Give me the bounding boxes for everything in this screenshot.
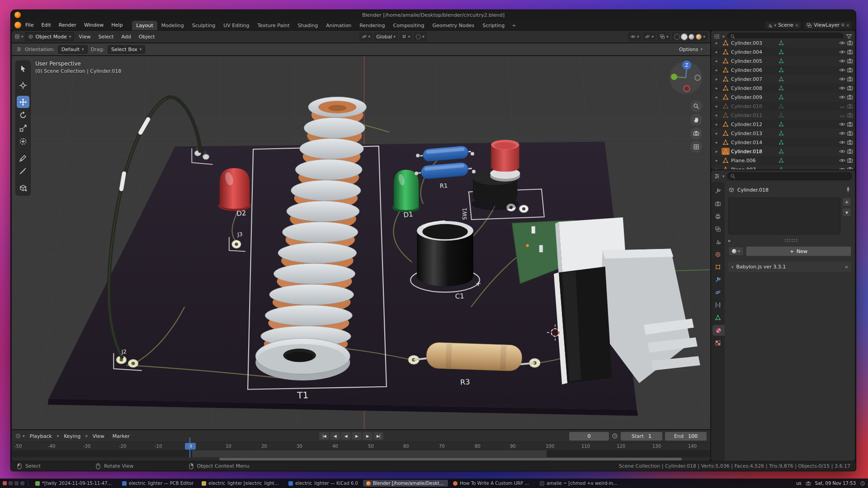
timeline-editor-dropdown-icon[interactable]: ▾ xyxy=(23,434,25,438)
menu-help[interactable]: Help xyxy=(108,21,126,29)
taskbar-window-terminal[interactable]: amalie ~ [chmod +x weird-internet-issues… xyxy=(537,480,622,487)
render-visibility-icon[interactable] xyxy=(847,40,853,46)
grip-handle-icon[interactable] xyxy=(784,239,798,242)
expand-arrow-icon[interactable]: ▸ xyxy=(716,113,720,117)
taskbar-window-blender[interactable]: Blender [/home/amalie/Desktop/blender/ci… xyxy=(363,480,448,487)
render-visibility-icon[interactable] xyxy=(847,103,853,109)
navigation-gizmo[interactable]: Z xyxy=(668,59,704,95)
outliner-row[interactable]: ▸Cylinder.003 xyxy=(711,38,855,47)
outliner-row[interactable]: ▸Cylinder.009 xyxy=(711,93,855,102)
outliner-row[interactable]: ▸Cylinder.004 xyxy=(711,47,855,56)
tool-add-cube[interactable] xyxy=(17,182,29,194)
render-visibility-icon[interactable] xyxy=(847,94,853,100)
expand-arrow-icon[interactable]: ▸ xyxy=(716,77,720,81)
workspace-switcher-3[interactable] xyxy=(14,481,19,485)
expand-arrow-icon[interactable]: ▸ xyxy=(716,59,720,63)
hide-eye-icon[interactable] xyxy=(839,76,845,82)
add-workspace-button[interactable]: + xyxy=(509,21,519,30)
shading-material-button[interactable] xyxy=(689,34,694,40)
workspace-switcher-1[interactable] xyxy=(3,481,7,485)
prev-keyframe-button[interactable]: ◀ xyxy=(330,432,340,440)
orientation-dropdown[interactable]: Global ▾ xyxy=(374,32,398,41)
frame-start-field[interactable]: Start 1 xyxy=(621,432,662,441)
menu-add[interactable]: Add xyxy=(118,33,134,41)
outliner-row[interactable]: ▸Plane.006 xyxy=(711,156,855,165)
menu-window[interactable]: Window xyxy=(80,21,107,29)
drag-setting-dropdown[interactable]: Select Box ▾ xyxy=(108,45,145,54)
timeline-scrollbar-thumb[interactable] xyxy=(219,458,682,460)
tool-annotate[interactable] xyxy=(17,152,29,164)
play-reverse-button[interactable]: ◀ xyxy=(341,432,351,440)
hide-eye-icon[interactable] xyxy=(839,67,845,73)
hide-eye-icon[interactable] xyxy=(839,49,845,55)
render-visibility-icon[interactable] xyxy=(847,76,853,82)
tab-rendering[interactable]: Rendering xyxy=(355,21,389,30)
tab-world[interactable] xyxy=(711,249,725,260)
properties-search-input[interactable] xyxy=(727,172,852,180)
hide-eye-icon[interactable] xyxy=(839,58,845,64)
tab-layout[interactable]: Layout xyxy=(132,21,157,30)
keyboard-layout-indicator[interactable]: us xyxy=(796,481,802,486)
outliner-row[interactable]: ▸Cylinder.012 xyxy=(711,120,855,129)
tool-select-box[interactable] xyxy=(17,62,29,75)
gizmo-free-axis[interactable] xyxy=(695,75,700,80)
hide-eye-icon[interactable] xyxy=(839,166,845,169)
viewport-camera-button[interactable] xyxy=(690,127,702,139)
hide-eye-closed-icon[interactable] xyxy=(839,112,845,118)
render-visibility-icon[interactable] xyxy=(847,157,853,164)
tab-texture-paint[interactable]: Texture Paint xyxy=(254,21,294,30)
hide-eye-icon[interactable] xyxy=(839,130,845,136)
hide-eye-icon[interactable] xyxy=(839,148,845,155)
menu-playback[interactable]: Playback xyxy=(27,432,55,441)
expand-arrow-icon[interactable]: ▸ xyxy=(716,104,720,108)
outliner-row[interactable]: ▸Cylinder.005 xyxy=(711,56,855,66)
render-visibility-icon[interactable] xyxy=(847,139,853,145)
taskbar-window-image-viewer[interactable]: *[twily_2024-11-09-15-11-47_crop2] (expo… xyxy=(32,480,117,487)
tab-view-layer[interactable] xyxy=(711,224,725,235)
notification-tray-icon[interactable] xyxy=(860,481,865,486)
snap-toggle[interactable]: ▾ xyxy=(399,32,413,41)
tab-modeling[interactable]: Modeling xyxy=(157,21,188,30)
timeline-ruler[interactable]: -50 -40 -30 -20 -10 10 20 30 40 50 60 70… xyxy=(12,442,710,450)
outliner-row-hidden[interactable]: ▸Cylinder.010 xyxy=(711,102,855,111)
timeline-track[interactable] xyxy=(12,450,710,457)
overlays-dropdown[interactable]: ▾ xyxy=(657,32,671,41)
gizmo-x-axis[interactable] xyxy=(684,86,690,92)
active-tool-icon[interactable] xyxy=(16,47,22,52)
menu-render[interactable]: Render xyxy=(55,21,80,29)
options-dropdown[interactable]: Options ▾ xyxy=(676,45,706,54)
menu-marker[interactable]: Marker xyxy=(109,432,133,441)
render-visibility-icon[interactable] xyxy=(847,112,853,118)
tab-physics[interactable] xyxy=(711,287,725,298)
3d-viewport-scene[interactable]: T1 D2 D1 R1 SW1 C1 + R3 J3 J2 xyxy=(12,56,710,429)
outliner-row[interactable]: ▸Cylinder.006 xyxy=(711,66,855,75)
hide-eye-icon[interactable] xyxy=(839,85,845,91)
outliner-row-active[interactable]: ▸Cylinder.018 xyxy=(711,147,855,156)
scene-browse-icon[interactable]: ▾ xyxy=(774,23,777,28)
render-visibility-icon[interactable] xyxy=(847,121,853,127)
red-led[interactable] xyxy=(218,168,251,211)
playhead[interactable] xyxy=(189,437,190,457)
viewlayer-copy-icon[interactable]: ⧉ xyxy=(841,23,844,28)
tool-transform[interactable] xyxy=(17,135,29,147)
taskbar-window-browser[interactable]: How To Write A Custom URP Shader With DO… xyxy=(450,480,535,487)
menu-object[interactable]: Object xyxy=(136,33,158,41)
expand-arrow-icon[interactable]: ▸ xyxy=(716,122,720,127)
browse-material-button[interactable]: ▾ xyxy=(728,247,744,256)
tab-object[interactable] xyxy=(711,262,725,272)
render-visibility-icon[interactable] xyxy=(847,85,853,91)
viewlayer-remove-icon[interactable]: × xyxy=(846,23,849,28)
expand-arrow-icon[interactable]: ▸ xyxy=(716,95,720,99)
menu-keying[interactable]: Keying xyxy=(61,432,84,441)
play-button[interactable]: ▶ xyxy=(352,432,362,440)
shading-dropdown-icon[interactable]: ▾ xyxy=(703,34,705,39)
outliner-row[interactable]: ▸Cylinder.014 xyxy=(711,138,855,147)
render-visibility-icon[interactable] xyxy=(847,166,853,169)
tab-material[interactable] xyxy=(712,325,725,336)
tab-output[interactable] xyxy=(711,211,725,222)
viewport-pan-button[interactable] xyxy=(690,114,702,126)
expand-arrow-icon[interactable]: ▸ xyxy=(716,149,720,154)
taskbar-window-schematic[interactable]: electric_lighter [electric_lighter] — Sc… xyxy=(198,480,283,487)
tab-animation[interactable]: Animation xyxy=(322,21,355,30)
tab-scene[interactable] xyxy=(711,236,725,247)
